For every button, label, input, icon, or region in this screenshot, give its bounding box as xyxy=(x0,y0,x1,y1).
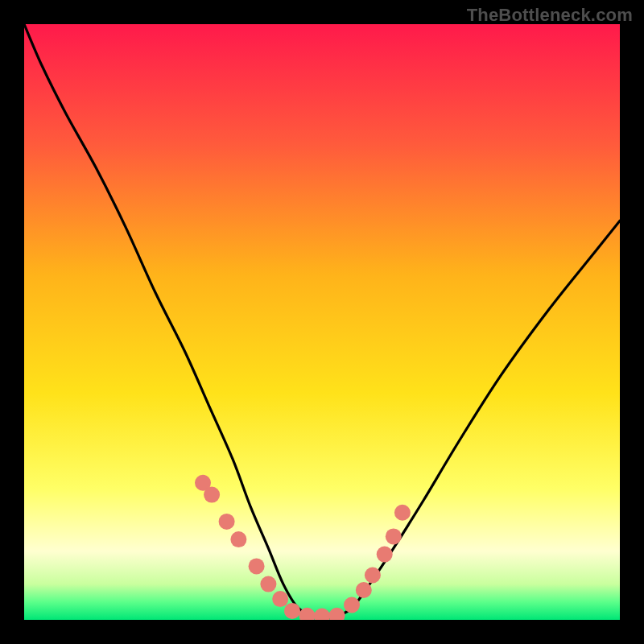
data-marker xyxy=(344,597,360,613)
bottleneck-chart xyxy=(0,0,644,644)
data-marker xyxy=(365,568,381,584)
data-marker xyxy=(230,531,246,547)
data-marker xyxy=(394,505,411,521)
data-marker xyxy=(219,514,235,530)
plot-background xyxy=(24,24,620,620)
data-marker xyxy=(377,547,393,563)
data-marker xyxy=(272,591,288,607)
data-marker xyxy=(204,487,220,503)
data-marker xyxy=(386,528,402,544)
data-marker xyxy=(329,608,345,624)
data-marker xyxy=(299,608,316,624)
data-marker xyxy=(284,603,300,619)
watermark-label: TheBottleneck.com xyxy=(467,5,633,26)
data-marker xyxy=(260,576,276,592)
data-marker xyxy=(314,609,330,625)
data-marker xyxy=(249,558,265,574)
data-marker xyxy=(356,582,372,598)
chart-container: TheBottleneck.com xyxy=(0,0,644,644)
